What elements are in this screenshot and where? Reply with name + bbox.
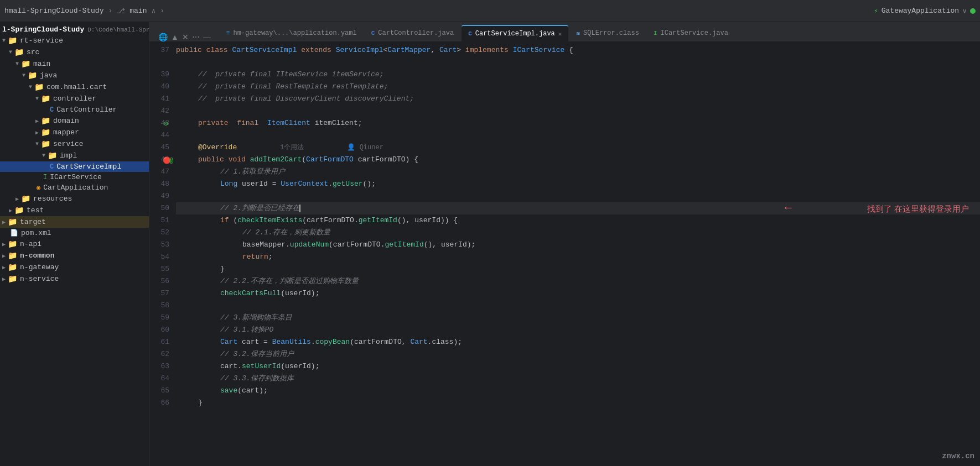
- tab-icon-close[interactable]: ✕: [182, 33, 189, 41]
- code-line-52: // 2.1.存在，则更新数量: [176, 227, 980, 239]
- tab-icon-minus[interactable]: —: [203, 33, 211, 41]
- sidebar-item-target[interactable]: ▶ 📁 target: [0, 216, 149, 228]
- folder-icon: 📁: [21, 194, 30, 203]
- code-line-45: @Override 1个用法 👤 Qiuner: [176, 142, 980, 154]
- expand-icon: ▼: [35, 96, 39, 102]
- run-status-dot: [970, 8, 976, 14]
- sidebar-item-com-hmall-cart[interactable]: ▼ 📁 com.hmall.cart: [0, 81, 149, 93]
- tab-icon-up[interactable]: ▲: [171, 33, 179, 41]
- code-editor[interactable]: 37 39 40 41 42 43 44 45 46 47 48 49 50 5…: [149, 42, 980, 466]
- line-num-57: 57: [154, 287, 169, 300]
- sidebar-item-resources[interactable]: ▶ 📁 resources: [0, 193, 149, 205]
- sidebar-item-test[interactable]: ▶ 📁 test: [0, 205, 149, 216]
- line-num-55: 55: [154, 263, 169, 275]
- cmt-56: // 2.2.不存在，判断是否超过购物车数量: [220, 275, 359, 287]
- sidebar-label: n-gateway: [20, 263, 59, 271]
- expand-icon: ▶: [2, 241, 6, 248]
- sidebar-item-domain[interactable]: ▶ 📁 domain: [0, 115, 149, 127]
- kw-extends: extends: [301, 44, 331, 56]
- tab-icons: 🌐 ▲ ✕ ⋯ —: [154, 33, 215, 41]
- tab-label: CartServiceImpl.java: [475, 30, 555, 38]
- sidebar-item-service[interactable]: ▼ 📁 service: [0, 138, 149, 150]
- line-num-53: 53: [154, 239, 169, 251]
- expand-icon: ▼: [29, 84, 32, 90]
- tab-icartservice[interactable]: I ICartService.java: [647, 25, 735, 41]
- sidebar-label: CartApplication: [43, 184, 108, 192]
- java-c-file-icon: C: [371, 30, 375, 36]
- line-numbers: 37 39 40 41 42 43 44 45 46 47 48 49 50 5…: [149, 42, 176, 466]
- sidebar-item-hm-service[interactable]: ▶ 📁 n-service: [0, 273, 149, 285]
- code-line-55: }: [176, 263, 980, 275]
- author-hint: 👤 Qiuner: [347, 142, 383, 154]
- code-line-46: public void addItem2Cart(CartFormDTO car…: [176, 154, 980, 166]
- sidebar: l-SpringCloud-Study D:\Code\hmall-Spring…: [0, 22, 149, 466]
- main-layout: l-SpringCloud-Study D:\Code\hmall-Spring…: [0, 22, 980, 466]
- sidebar-item-mapper[interactable]: ▶ 📁 mapper: [0, 127, 149, 138]
- sidebar-root: l-SpringCloud-Study D:\Code\hmall-Spring…: [0, 24, 149, 35]
- folder-icon: 📁: [41, 128, 50, 137]
- tab-sqlerror[interactable]: ≋ SQLError.class: [569, 25, 645, 41]
- sidebar-item-cartapplication[interactable]: ◉ CartApplication: [0, 182, 149, 193]
- branch-chevron: ∧: [151, 7, 155, 15]
- expand-icon: ▶: [15, 196, 19, 202]
- line-num-49: 49: [154, 190, 169, 202]
- folder-icon: 📁: [21, 59, 30, 69]
- folder-icon: 📁: [8, 36, 17, 45]
- sidebar-label: impl: [60, 151, 77, 160]
- class-icon: C: [50, 106, 54, 114]
- tab-cartcontroller[interactable]: C CartController.java: [365, 25, 460, 41]
- interface-icon: I: [43, 174, 47, 181]
- code-line-63: cart.setUserId(userId);: [176, 360, 980, 373]
- folder-icon: 📁: [14, 48, 24, 57]
- line-num-62: 62: [154, 348, 169, 360]
- annotation-text: 找到了 在这里获得登录用户: [867, 203, 969, 215]
- sidebar-item-icartservice[interactable]: I ICartService: [0, 172, 149, 182]
- sidebar-item-cart-service[interactable]: ▼ 📁 rt-service: [0, 35, 149, 46]
- tab-cartserviceimpl[interactable]: C CartServiceImpl.java ✕: [462, 25, 568, 41]
- sidebar-item-hm-api[interactable]: ▶ 📁 n-api: [0, 238, 149, 250]
- cmt-39: // private final IItemService itemServic…: [198, 69, 383, 81]
- gateway-app-icon: ⚡: [874, 7, 878, 15]
- sidebar-item-java[interactable]: ▼ 📁 java: [0, 70, 149, 81]
- expand-icon: ▼: [2, 38, 6, 44]
- tab-icon-menu[interactable]: ⋯: [192, 33, 200, 41]
- java-i-file-icon: I: [654, 30, 657, 36]
- cls-name: CartServiceImpl: [232, 44, 297, 56]
- code-line-43: private final ItemClient itemClient; ⊙: [176, 117, 980, 129]
- sidebar-item-main[interactable]: ▼ 📁 main: [0, 58, 149, 70]
- sidebar-item-controller[interactable]: ▼ 📁 controller: [0, 93, 149, 104]
- cmt-40: // private final RestTemplate restTempla…: [198, 81, 388, 93]
- tab-icon-globe[interactable]: 🌐: [158, 33, 168, 41]
- sidebar-label: resources: [33, 195, 72, 203]
- line-num-64: 64: [154, 373, 169, 385]
- tab-close-button[interactable]: ✕: [558, 30, 562, 38]
- expand-icon: ▶: [2, 264, 6, 271]
- gateway-app-label[interactable]: GatewayApplication: [882, 7, 959, 15]
- project-name: hmall-SpringCloud-Study: [4, 7, 103, 15]
- cmt-62: // 3.2.保存当前用户: [220, 348, 294, 360]
- code-line-47: // 1.获取登录用户: [176, 166, 980, 178]
- cls-serviceimpl: ServiceImpl: [336, 44, 383, 56]
- line-icon-46: @: [169, 155, 173, 167]
- sidebar-item-hm-gateway[interactable]: ▶ 📁 n-gateway: [0, 261, 149, 273]
- line-num-66: 66: [154, 397, 169, 409]
- code-line-50: // 2.判断是否已经存在 ← 找到了 在这里获得登录用户: [176, 202, 980, 214]
- sidebar-item-src[interactable]: ▼ 📁 src: [0, 46, 149, 58]
- sidebar-item-cartserviceimpl[interactable]: C CartServiceImpl: [0, 161, 149, 172]
- sidebar-item-cartcontroller[interactable]: C CartController: [0, 104, 149, 115]
- sidebar-label: java: [40, 71, 57, 80]
- sidebar-item-hm-common[interactable]: ▶ 📁 n-common: [0, 250, 149, 261]
- sidebar-item-pom-xml[interactable]: 📄 pom.xml: [0, 228, 149, 238]
- expand-icon: ▼: [22, 72, 25, 78]
- sidebar-label: n-service: [20, 275, 59, 283]
- sidebar-item-impl[interactable]: ▼ 📁 impl: [0, 150, 149, 161]
- branch-name[interactable]: main: [129, 7, 147, 15]
- tab-application-yaml[interactable]: ≡ hm-gateway\...\application.yaml: [220, 25, 364, 41]
- line-num-39: 39: [154, 69, 169, 81]
- sidebar-label: n-api: [20, 240, 42, 248]
- code-lines: public class CartServiceImpl extends Ser…: [176, 42, 980, 466]
- folder-icon: 📁: [8, 263, 17, 272]
- branch-arrow2: ›: [160, 7, 164, 15]
- watermark: znwx.cn: [942, 452, 974, 460]
- folder-icon: 📁: [41, 94, 50, 103]
